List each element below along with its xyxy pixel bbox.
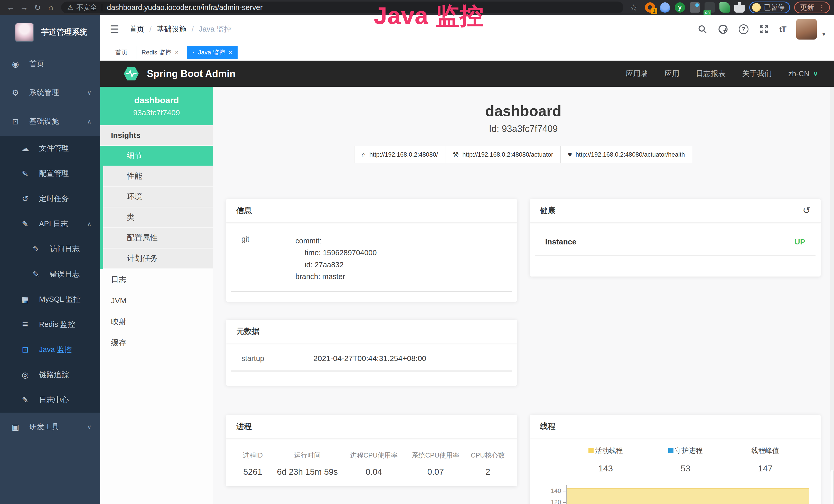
forward-button[interactable]: →: [18, 3, 31, 12]
app-logo-row[interactable]: 芋道管理系统: [0, 15, 100, 49]
reload-button[interactable]: ↻: [31, 3, 44, 12]
sidebar-item-label: 日志中心: [39, 395, 69, 405]
sidebar-item-label: 配置管理: [39, 168, 69, 179]
browser-menu-icon[interactable]: ⋮: [818, 3, 826, 12]
sidebar-item-error-logs[interactable]: ✎ 错误日志: [0, 261, 100, 287]
avatar[interactable]: [796, 19, 817, 40]
sidebar-item-java-monitor[interactable]: ⊡ Java 监控: [0, 337, 100, 362]
link-url: http://192.168.0.2:48080/: [369, 151, 438, 158]
sidebar-item-api-logs[interactable]: ✎ API 日志 ∧: [0, 211, 100, 236]
insights-item-scheduled-tasks[interactable]: 计划任务: [103, 249, 213, 269]
instance-name: dashboard: [134, 95, 179, 105]
sba-header: Spring Boot Admin 应用墙 应用 日志报表 关于我们 zh-CN…: [100, 61, 834, 87]
extension-on-badge: on: [704, 10, 711, 15]
threads-stats: 活动线程 143 守护进程 53 线程峰值 14: [530, 446, 821, 474]
insights-item-details[interactable]: 细节: [103, 146, 213, 166]
close-icon[interactable]: ×: [228, 49, 232, 56]
sidebar-item-system-mgmt[interactable]: ⚙ 系统管理 ∨: [0, 78, 100, 107]
locale-select[interactable]: zh-CN ∨: [788, 70, 818, 78]
update-button[interactable]: 更新 ⋮: [794, 2, 830, 13]
header-actions: ? tT ▾: [698, 19, 825, 40]
paused-badge[interactable]: 已暂停: [749, 2, 790, 13]
search-icon[interactable]: [698, 24, 707, 34]
fullscreen-icon[interactable]: [759, 24, 769, 35]
log-icon: ✎: [30, 270, 42, 279]
instance-item-logs[interactable]: 日志: [100, 269, 213, 290]
breadcrumb-item-infrastructure[interactable]: 基础设施: [157, 24, 186, 35]
avatar-caret-icon[interactable]: ▾: [822, 31, 825, 38]
sidebar-item-label: 访问日志: [50, 244, 80, 254]
github-icon[interactable]: [718, 24, 728, 35]
sidebar-item-scheduled-jobs[interactable]: ↺ 定时任务: [0, 186, 100, 211]
sba-brand[interactable]: Spring Boot Admin: [147, 68, 236, 79]
layers-icon: ≣: [20, 320, 31, 329]
insights-item-config-props[interactable]: 配置属性: [103, 228, 213, 249]
sidebar-item-dev-tools[interactable]: ▣ 研发工具 ∨: [0, 413, 100, 441]
edit-icon: ✎: [20, 169, 31, 179]
sidebar-item-tracing[interactable]: ◎ 链路追踪: [0, 362, 100, 387]
tags-bar: 首页 Redis 监控 × ● Java 监控 ×: [100, 44, 834, 61]
history-icon[interactable]: ↺: [803, 205, 810, 216]
health-instance-row: Instance UP: [535, 237, 816, 256]
sidebar-item-label: Redis 监控: [39, 319, 75, 330]
address-bar[interactable]: ⚠ 不安全 dashboard.yudao.iocoder.cn/infra/a…: [61, 2, 623, 13]
extension-leaf-icon[interactable]: [720, 2, 730, 13]
instance-sidebar: dashboard 93a3fc7f7409 Insights 细节 性能 环境…: [100, 87, 213, 504]
tab-home[interactable]: 首页: [110, 46, 133, 59]
sidebar-item-file-mgmt[interactable]: ☁ 文件管理: [0, 136, 100, 161]
instance-link-home[interactable]: ⌂ http://192.168.0.2:48080/: [354, 146, 445, 163]
browser-home-button[interactable]: ⌂: [44, 3, 58, 12]
instance-item-jvm[interactable]: JVM: [100, 290, 213, 311]
back-button[interactable]: ←: [4, 3, 18, 12]
sidebar-item-home[interactable]: ◉ 首页: [0, 49, 100, 78]
paused-label: 已暂停: [764, 3, 785, 12]
extension-puzzle-icon[interactable]: [734, 2, 745, 13]
insights-item-classes[interactable]: 类: [103, 207, 213, 228]
extension-pin-icon[interactable]: [660, 2, 670, 13]
process-table: 进程ID 5261 运行时间 6d 23h 15m 59s 进程CPU使用率: [226, 451, 517, 477]
sba-nav-about[interactable]: 关于我们: [742, 69, 772, 79]
scrollbar-track[interactable]: [830, 87, 834, 504]
cpu-cores-value: 2: [466, 467, 509, 477]
instance-link-health[interactable]: ♥ http://192.168.0.2:48080/actuator/heal…: [561, 146, 693, 163]
extension-grid-icon[interactable]: [690, 2, 700, 13]
sidebar-item-access-logs[interactable]: ✎ 访问日志: [0, 236, 100, 261]
extension-orange-icon[interactable]: 1: [645, 2, 655, 13]
sidebar-item-log-center[interactable]: ✎ 日志中心: [0, 387, 100, 413]
git-time-line: time: 1596289704000: [295, 247, 377, 258]
breadcrumb: 首页 / 基础设施 / Java 监控: [129, 24, 232, 35]
extension-list-icon[interactable]: on: [705, 2, 715, 13]
breadcrumb-item-home[interactable]: 首页: [129, 24, 144, 35]
insights-item-metrics[interactable]: 性能: [103, 166, 213, 187]
insights-item-environment[interactable]: 环境: [103, 187, 213, 207]
sba-nav-wallboard[interactable]: 应用墙: [626, 69, 648, 79]
log-icon: ✎: [30, 245, 42, 254]
sidebar-item-infrastructure[interactable]: ⊡ 基础设施 ∧: [0, 107, 100, 136]
sidebar-item-mysql-monitor[interactable]: ▦ MySQL 监控: [0, 287, 100, 312]
hamburger-icon[interactable]: ☰: [110, 23, 119, 35]
scrollbar-thumb[interactable]: [830, 470, 834, 504]
close-icon[interactable]: ×: [175, 49, 178, 56]
tab-java-monitor[interactable]: ● Java 监控 ×: [187, 46, 238, 59]
sidebar-item-redis-monitor[interactable]: ≣ Redis 监控: [0, 312, 100, 337]
bookmark-star-icon[interactable]: ☆: [627, 3, 640, 13]
instance-header[interactable]: dashboard 93a3fc7f7409: [100, 87, 213, 125]
extension-y-label: y: [678, 4, 681, 11]
sba-nav-applications[interactable]: 应用: [664, 69, 679, 79]
security-label[interactable]: 不安全: [76, 3, 97, 12]
instance-link-actuator[interactable]: ⚒ http://192.168.0.2:48080/actuator: [445, 146, 561, 163]
tab-redis-monitor[interactable]: Redis 监控 ×: [136, 46, 184, 59]
process-col-header: 进程CPU使用率: [343, 451, 404, 460]
extension-green-y-icon[interactable]: y: [675, 2, 685, 13]
font-size-icon[interactable]: tT: [779, 25, 786, 34]
threads-card: 线程 活动线程 143 守护进程 53: [530, 415, 821, 504]
insights-header[interactable]: Insights: [100, 125, 213, 146]
sba-nav-journal[interactable]: 日志报表: [696, 69, 726, 79]
help-icon[interactable]: ?: [739, 24, 748, 34]
url-text[interactable]: dashboard.yudao.iocoder.cn/infra/admin-s…: [107, 3, 263, 12]
instance-item-caches[interactable]: 缓存: [100, 332, 213, 353]
sidebar-item-config-mgmt[interactable]: ✎ 配置管理: [0, 161, 100, 186]
git-id-line: id: 27aa832: [295, 259, 377, 271]
process-uptime-value: 6d 23h 15m 59s: [272, 467, 343, 477]
instance-item-mappings[interactable]: 映射: [100, 311, 213, 332]
